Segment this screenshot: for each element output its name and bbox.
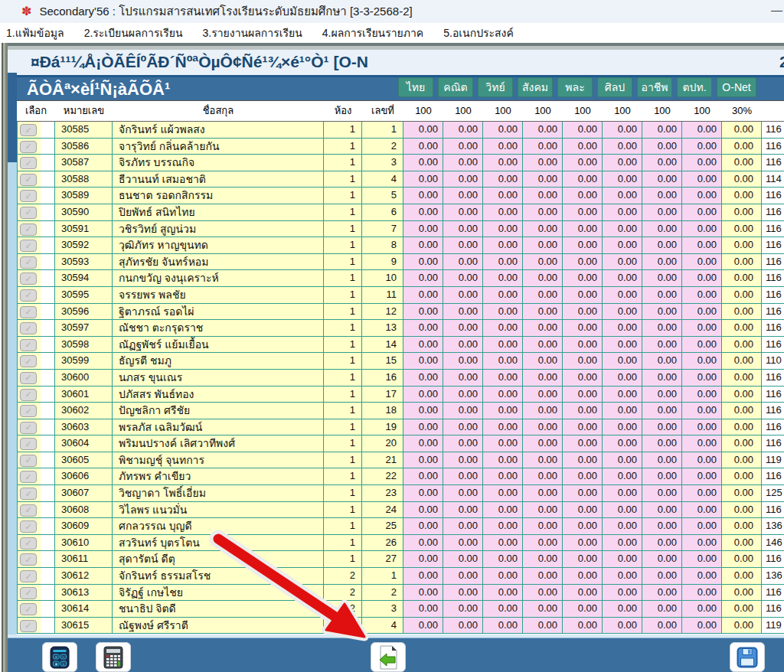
- score-cell[interactable]: 0.00: [523, 618, 563, 634]
- score-cell[interactable]: 0.00: [642, 568, 682, 585]
- checkbox[interactable]: ✓: [20, 223, 37, 236]
- score-cell[interactable]: 0.00: [603, 353, 642, 370]
- score-cell[interactable]: 0.00: [523, 287, 563, 304]
- checkbox[interactable]: ✓: [20, 272, 37, 285]
- score-cell[interactable]: 0.00: [603, 337, 642, 354]
- onet-score-cell[interactable]: 0.00: [722, 254, 762, 271]
- score-cell[interactable]: 0.00: [443, 419, 483, 436]
- checkbox[interactable]: ✓: [20, 422, 37, 434]
- score-cell[interactable]: 0.00: [483, 618, 523, 634]
- score-cell[interactable]: 0.00: [403, 485, 443, 502]
- onet-score-cell[interactable]: 0.00: [722, 601, 762, 618]
- onet-score-cell[interactable]: 0.00: [722, 551, 762, 568]
- score-cell[interactable]: 0.00: [603, 502, 642, 519]
- score-cell[interactable]: 0.00: [443, 155, 483, 171]
- score-cell[interactable]: 0.00: [483, 419, 523, 436]
- score-cell[interactable]: 0.00: [403, 287, 443, 304]
- score-cell[interactable]: 0.00: [563, 320, 603, 337]
- table-row[interactable]: ✓30605พิชามญชุ์ จุนทการ1210.000.000.000.…: [17, 452, 784, 469]
- score-cell[interactable]: 0.00: [642, 535, 682, 552]
- score-cell[interactable]: 0.00: [483, 139, 523, 155]
- score-cell[interactable]: 0.00: [682, 155, 722, 171]
- score-cell[interactable]: 0.00: [523, 254, 563, 271]
- table-row[interactable]: ✓30587จิรภัทร บรรณกิจ130.000.000.000.000…: [17, 155, 784, 171]
- subject-button-8[interactable]: ตปท.: [677, 77, 712, 97]
- checkbox[interactable]: ✓: [20, 207, 37, 219]
- score-cell[interactable]: 0.00: [642, 618, 682, 634]
- score-cell[interactable]: 0.00: [563, 601, 603, 618]
- onet-score-cell[interactable]: 0.00: [722, 188, 762, 204]
- table-row[interactable]: ✓30597ณัชชา ตะกรุดราช1130.000.000.000.00…: [17, 320, 784, 337]
- score-cell[interactable]: 0.00: [682, 320, 722, 337]
- score-cell[interactable]: 0.00: [403, 618, 443, 634]
- score-cell[interactable]: 0.00: [523, 370, 563, 387]
- checkbox[interactable]: ✓: [20, 620, 37, 632]
- score-cell[interactable]: 0.00: [483, 518, 523, 535]
- checkbox[interactable]: ✓: [20, 553, 37, 566]
- score-cell[interactable]: 0.00: [403, 403, 443, 419]
- score-cell[interactable]: 0.00: [523, 568, 563, 585]
- score-cell[interactable]: 0.00: [443, 254, 483, 271]
- checkbox[interactable]: ✓: [20, 504, 37, 517]
- subject-button-7[interactable]: อาชีพ: [637, 77, 672, 97]
- table-row[interactable]: ✓30600นภสร ขุนเณร1160.000.000.000.000.00…: [17, 370, 784, 387]
- score-cell[interactable]: 0.00: [443, 435, 483, 452]
- table-row[interactable]: ✓30612จักรินทร์ ธรรมสโรช210.000.000.000.…: [17, 568, 784, 585]
- score-cell[interactable]: 0.00: [483, 535, 523, 552]
- score-cell[interactable]: 0.00: [563, 419, 603, 436]
- checkbox[interactable]: ✓: [20, 520, 37, 533]
- score-cell[interactable]: 0.00: [483, 304, 523, 321]
- score-cell[interactable]: 0.00: [523, 171, 563, 188]
- table-row[interactable]: ✓30602ปัญชลิกา ศรีชัย1180.000.000.000.00…: [17, 403, 784, 419]
- score-cell[interactable]: 0.00: [523, 122, 563, 139]
- checkbox[interactable]: ✓: [20, 256, 37, 269]
- score-cell[interactable]: 0.00: [563, 254, 603, 271]
- checkbox[interactable]: ✓: [20, 289, 37, 302]
- score-cell[interactable]: 0.00: [403, 435, 443, 452]
- score-cell[interactable]: 0.00: [603, 535, 642, 552]
- checkbox[interactable]: ✓: [20, 339, 37, 351]
- score-cell[interactable]: 0.00: [403, 568, 443, 585]
- onet-score-cell[interactable]: 0.00: [722, 122, 762, 139]
- score-cell[interactable]: 0.00: [603, 320, 642, 337]
- table-row[interactable]: ✓30591วชิรวิทย์ สูญน่วม170.000.000.000.0…: [17, 221, 784, 238]
- score-cell[interactable]: 0.00: [603, 568, 642, 585]
- score-cell[interactable]: 0.00: [523, 452, 563, 469]
- score-cell[interactable]: 0.00: [403, 254, 443, 271]
- table-row[interactable]: ✓30599ธัญรตี ชมภู1150.000.000.000.000.00…: [17, 353, 784, 370]
- onet-score-cell[interactable]: 0.00: [722, 287, 762, 304]
- subject-button-3[interactable]: วิทย์: [478, 77, 513, 97]
- score-cell[interactable]: 0.00: [403, 551, 443, 568]
- score-cell[interactable]: 0.00: [443, 353, 483, 370]
- score-cell[interactable]: 0.00: [483, 551, 523, 568]
- score-cell[interactable]: 0.00: [563, 171, 603, 188]
- score-cell[interactable]: 0.00: [403, 518, 443, 535]
- score-cell[interactable]: 0.00: [403, 155, 443, 171]
- score-cell[interactable]: 0.00: [563, 122, 603, 139]
- onet-score-cell[interactable]: 0.00: [722, 353, 762, 370]
- score-cell[interactable]: 0.00: [403, 502, 443, 519]
- score-cell[interactable]: 0.00: [682, 387, 722, 403]
- score-cell[interactable]: 0.00: [403, 387, 443, 403]
- score-cell[interactable]: 0.00: [682, 171, 722, 188]
- score-cell[interactable]: 0.00: [603, 155, 642, 171]
- score-cell[interactable]: 0.00: [483, 171, 523, 188]
- score-cell[interactable]: 0.00: [443, 518, 483, 535]
- checkbox[interactable]: ✓: [20, 141, 37, 153]
- table-row[interactable]: ✓30596ฐิตาภรณ์ รอดไผ่1120.000.000.000.00…: [17, 304, 784, 321]
- score-cell[interactable]: 0.00: [563, 287, 603, 304]
- onet-score-cell[interactable]: 0.00: [722, 237, 762, 254]
- table-row[interactable]: ✓30586จารุวิทย์ กลิ่นคล้ายกัน120.000.000…: [17, 139, 784, 155]
- score-cell[interactable]: 0.00: [443, 304, 483, 321]
- score-cell[interactable]: 0.00: [403, 270, 443, 287]
- score-cell[interactable]: 0.00: [523, 204, 563, 221]
- score-cell[interactable]: 0.00: [523, 535, 563, 552]
- score-cell[interactable]: 0.00: [642, 551, 682, 568]
- score-cell[interactable]: 0.00: [682, 535, 722, 552]
- checkbox[interactable]: ✓: [20, 405, 37, 417]
- onet-score-cell[interactable]: 0.00: [722, 387, 762, 403]
- table-row[interactable]: ✓30585จักรินทร์ แผ้วพลสง110.000.000.000.…: [17, 122, 784, 139]
- score-cell[interactable]: 0.00: [443, 387, 483, 403]
- score-cell[interactable]: 0.00: [603, 485, 642, 502]
- table-row[interactable]: ✓30614ชนาธิป จิตดี230.000.000.000.000.00…: [17, 601, 784, 618]
